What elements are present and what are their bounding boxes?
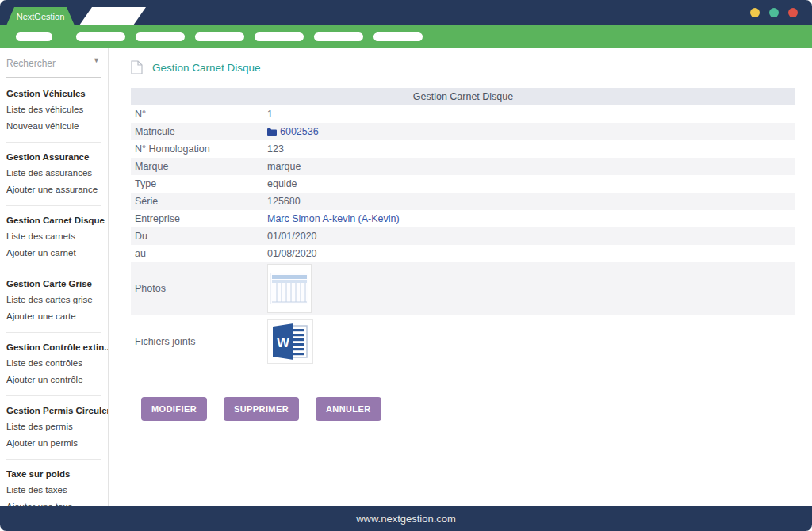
- sidebar-section-title: Gestion Carte Grise: [6, 279, 102, 288]
- sidebar-section-permis-circuler: Gestion Permis Circuler Liste des permis…: [6, 396, 102, 460]
- modify-button[interactable]: MODIFIER: [141, 397, 207, 421]
- table-row: au 01/08/2020: [131, 245, 795, 262]
- table-row: Du 01/01/2020: [131, 227, 795, 245]
- table-row: N° Homologation 123: [131, 140, 795, 158]
- browser-tab-blank[interactable]: [79, 7, 146, 25]
- nav-pill[interactable]: [373, 32, 423, 41]
- browser-titlebar: NextGestion: [0, 0, 812, 25]
- nav-pill[interactable]: [255, 32, 304, 41]
- sidebar-section-controle-extincteur: Gestion Contrôle extin... Liste des cont…: [6, 333, 102, 396]
- photo-thumbnail[interactable]: [267, 264, 312, 313]
- chevron-down-icon[interactable]: ▼: [93, 56, 100, 64]
- row-label: N°: [131, 109, 267, 120]
- sidebar-item-liste-taxes[interactable]: Liste des taxes: [6, 485, 102, 495]
- row-label: Type: [131, 178, 267, 189]
- row-label: N° Homologation: [131, 143, 267, 155]
- window-controls: [750, 8, 798, 17]
- sidebar-section-title: Gestion Véhicules: [6, 89, 102, 98]
- table-row: N° 1: [131, 105, 795, 123]
- word-file-icon: W: [271, 323, 309, 360]
- row-label: Fichiers joints: [131, 336, 267, 347]
- sidebar-section-title: Taxe sur poids: [6, 469, 102, 479]
- nav-pill[interactable]: [195, 32, 244, 41]
- row-label: Marque: [131, 161, 267, 172]
- svg-text:W: W: [277, 335, 290, 350]
- main-content: Gestion Carnet Disque Gestion Carnet Dis…: [109, 48, 812, 506]
- sidebar-section-title: Gestion Assurance: [6, 152, 102, 162]
- sidebar-item-liste-controles[interactable]: Liste des contrôles: [6, 358, 102, 368]
- sidebar-item-ajouter-taxe[interactable]: Ajouter une taxe: [6, 502, 102, 506]
- sidebar-section-carte-grise: Gestion Carte Grise Liste des cartes gri…: [6, 269, 102, 333]
- sidebar-section-title: Gestion Contrôle extin...: [6, 342, 102, 352]
- sidebar-item-ajouter-carte[interactable]: Ajouter une carte: [6, 311, 102, 321]
- attachments-row: Fichiers joints: [131, 315, 795, 368]
- table-row: Marque marque: [131, 158, 795, 175]
- sidebar-search: ▼: [6, 55, 102, 78]
- table-row: Série 125680: [131, 193, 795, 210]
- row-label: Matricule: [131, 126, 267, 137]
- app-window: NextGestion ▼ Gestion Véhicules L: [0, 0, 812, 531]
- page-header: Gestion Carnet Disque: [131, 60, 795, 74]
- search-input[interactable]: [6, 58, 86, 69]
- sidebar-item-liste-permis[interactable]: Liste des permis: [6, 422, 102, 431]
- sidebar-section-assurance: Gestion Assurance Liste des assurances A…: [6, 143, 102, 206]
- main-navbar: [0, 25, 812, 48]
- detail-table: Gestion Carnet Disque N° 1 Matricule 600…: [131, 88, 795, 368]
- sidebar-item-ajouter-controle[interactable]: Ajouter un contrôle: [6, 375, 102, 384]
- traffic-light-green-icon[interactable]: [769, 8, 779, 17]
- footer-url: www.nextgestion.com: [356, 513, 456, 525]
- nav-pill[interactable]: [136, 32, 185, 41]
- row-value: marque: [267, 161, 795, 172]
- delete-button[interactable]: SUPPRIMER: [224, 397, 299, 421]
- page-title: Gestion Carnet Disque: [152, 62, 261, 74]
- sidebar-item-nouveau-vehicule[interactable]: Nouveau véhicule: [6, 121, 102, 131]
- row-value: 123: [267, 143, 795, 155]
- document-icon: [131, 60, 143, 74]
- folder-icon: [267, 128, 277, 136]
- row-label: Photos: [131, 283, 267, 294]
- spreadsheet-thumbnail-icon: [270, 273, 308, 304]
- sidebar-item-ajouter-carnet[interactable]: Ajouter un carnet: [6, 248, 102, 258]
- sidebar-section-carnet-disque: Gestion Carnet Disque Liste des carnets …: [6, 206, 102, 269]
- row-label: au: [131, 248, 267, 259]
- cancel-button[interactable]: ANNULER: [316, 397, 381, 421]
- row-label: Série: [131, 196, 267, 207]
- nav-pill[interactable]: [16, 32, 52, 41]
- sidebar-section-title: Gestion Permis Circuler: [6, 406, 102, 415]
- sidebar-item-ajouter-permis[interactable]: Ajouter un permis: [6, 438, 102, 448]
- sidebar-item-liste-carnets[interactable]: Liste des carnets: [6, 231, 102, 241]
- nav-pill[interactable]: [76, 32, 125, 41]
- brand-tab[interactable]: NextGestion: [6, 7, 75, 25]
- row-value: 1: [267, 109, 795, 120]
- sidebar: ▼ Gestion Véhicules Liste des véhicules …: [0, 48, 109, 506]
- table-row: Entreprise Marc Simon A-kevin (A-Kevin): [131, 210, 795, 227]
- row-value: 125680: [267, 196, 795, 207]
- traffic-light-red-icon[interactable]: [788, 8, 798, 17]
- photos-row: Photos: [131, 262, 795, 315]
- sidebar-item-liste-vehicules[interactable]: Liste des véhicules: [6, 105, 102, 114]
- table-row: Matricule 6002536: [131, 123, 795, 140]
- browser-tabs: NextGestion: [6, 7, 146, 25]
- matricule-value: 6002536: [280, 126, 319, 137]
- entreprise-link[interactable]: Marc Simon A-kevin (A-Kevin): [267, 213, 795, 224]
- row-value: 01/08/2020: [267, 248, 795, 259]
- table-header: Gestion Carnet Disque: [131, 88, 795, 105]
- row-value: equide: [267, 178, 795, 189]
- matricule-link[interactable]: 6002536: [267, 126, 795, 137]
- sidebar-item-liste-cartes[interactable]: Liste des cartes grise: [6, 295, 102, 304]
- sidebar-section-vehicules: Gestion Véhicules Liste des véhicules No…: [6, 79, 102, 143]
- attachment-file[interactable]: W: [267, 319, 313, 364]
- sidebar-item-liste-assurances[interactable]: Liste des assurances: [6, 168, 102, 178]
- brand-tab-label: NextGestion: [17, 12, 65, 21]
- action-buttons: MODIFIER SUPPRIMER ANNULER: [141, 397, 795, 421]
- footer-bar: www.nextgestion.com: [0, 506, 812, 531]
- traffic-light-yellow-icon[interactable]: [750, 8, 760, 17]
- row-value: 01/01/2020: [267, 231, 795, 242]
- row-label: Du: [131, 231, 267, 242]
- sidebar-item-ajouter-assurance[interactable]: Ajouter une assurance: [6, 185, 102, 194]
- sidebar-section-title: Gestion Carnet Disque: [6, 216, 102, 225]
- sidebar-section-taxe-poids: Taxe sur poids Liste des taxes Ajouter u…: [6, 460, 102, 506]
- table-row: Type equide: [131, 175, 795, 193]
- row-label: Entreprise: [131, 213, 267, 224]
- nav-pill[interactable]: [314, 32, 363, 41]
